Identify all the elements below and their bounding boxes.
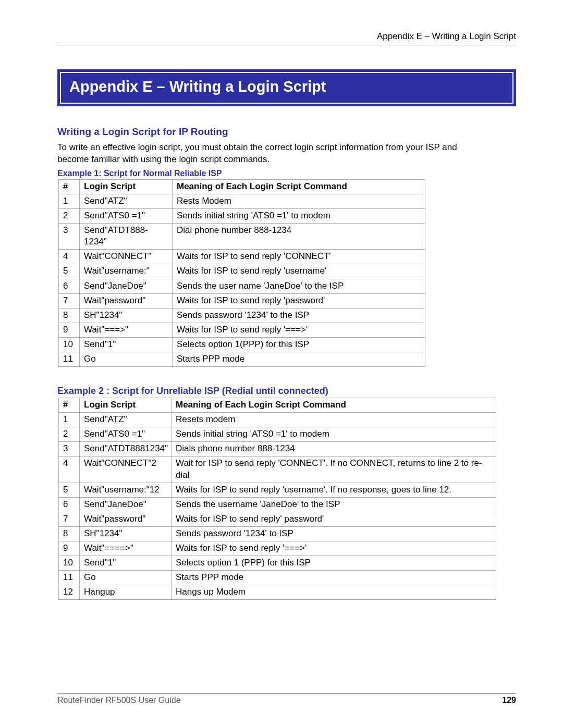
cell-script: Wait"===>" [80, 323, 173, 337]
col-script: Login Script [80, 398, 172, 413]
table-row: 9Wait"===>"Waits for ISP to send reply '… [59, 323, 425, 337]
footer-doc-title: RouteFinder RF500S User Guide [57, 696, 181, 705]
table-row: 5Wait"username:"Waits for ISP to send re… [59, 264, 425, 279]
cell-meaning: Waits for ISP to send reply '===>' [173, 323, 425, 337]
cell-number: 11 [59, 352, 80, 367]
table-row: 10Send"1"Selects option 1 (PPP) for this… [59, 556, 496, 571]
cell-script: Wait"username:"12 [80, 483, 172, 497]
table-row: 7Wait"password"Waits for ISP to send rep… [59, 293, 425, 308]
page-footer: RouteFinder RF500S User Guide 129 [57, 693, 516, 705]
cell-meaning: Waits for ISP to send reply 'username' [173, 264, 425, 279]
cell-meaning: Sends initial string 'ATS0 =1' to modem [173, 209, 425, 224]
cell-number: 8 [59, 308, 80, 323]
cell-number: 5 [59, 264, 80, 279]
cell-number: 7 [59, 512, 80, 526]
cell-number: 9 [59, 541, 80, 556]
appendix-title: Appendix E – Writing a Login Script [69, 78, 326, 95]
cell-meaning: Sends initial string 'ATS0 =1' to modem [172, 427, 496, 442]
cell-script: Send"ATZ" [80, 413, 172, 427]
table-row: 12HangupHangs up Modem [59, 585, 496, 600]
cell-meaning: Dial phone number 888-1234 [173, 224, 425, 250]
cell-number: 1 [59, 413, 80, 427]
table-row: 6Send"JaneDoe"Sends the username 'JaneDo… [59, 497, 496, 512]
cell-number: 6 [59, 279, 80, 293]
appendix-title-box: Appendix E – Writing a Login Script [57, 69, 516, 106]
cell-meaning: Resets modem [172, 413, 496, 427]
example1-heading: Example 1: Script for Normal Reliable IS… [57, 169, 516, 178]
cell-meaning: Waits for ISP to send reply 'CONNECT' [173, 250, 425, 264]
cell-script: Wait"CONNECT" [80, 250, 173, 264]
cell-script: Wait"====>" [80, 541, 172, 556]
cell-meaning: Waits for ISP to send reply '===>' [172, 541, 496, 556]
cell-meaning: Starts PPP mode [173, 352, 425, 367]
table-row: 11GoStarts PPP mode [59, 571, 496, 585]
cell-number: 2 [59, 427, 80, 442]
section-heading: Writing a Login Script for IP Routing [57, 126, 516, 138]
cell-script: Send"JaneDoe" [80, 497, 172, 512]
cell-meaning: Dials phone number 888-1234 [172, 442, 496, 456]
cell-meaning: Sends password '1234' to ISP [172, 526, 496, 541]
cell-meaning: Sends the user name 'JaneDoe' to the ISP [173, 279, 425, 293]
cell-number: 8 [59, 526, 80, 541]
cell-number: 2 [59, 209, 80, 224]
cell-number: 4 [59, 250, 80, 264]
cell-number: 4 [59, 456, 80, 483]
cell-script: Wait"password" [80, 293, 173, 308]
table-row: 2Send"ATS0 =1"Sends initial string 'ATS0… [59, 427, 496, 442]
cell-meaning: Sends password '1234' to the ISP [173, 308, 425, 323]
example2-heading: Example 2 : Script for Unreliable ISP (R… [57, 386, 516, 397]
col-meaning: Meaning of Each Login Script Command [173, 179, 425, 194]
col-number: # [59, 398, 80, 413]
table-row: 7Wait"password"Waits for ISP to send rep… [59, 512, 496, 526]
cell-script: Wait"username:" [80, 264, 173, 279]
cell-meaning: Starts PPP mode [172, 571, 496, 585]
example2-table: # Login Script Meaning of Each Login Scr… [58, 398, 496, 600]
cell-script: Hangup [80, 585, 172, 600]
table-row: 6Send"JaneDoe"Sends the user name 'JaneD… [59, 279, 425, 293]
cell-meaning: Hangs up Modem [172, 585, 496, 600]
cell-script: Send"ATZ" [80, 194, 173, 208]
cell-number: 7 [59, 293, 80, 308]
table-row: 5Wait"username:"12Waits for ISP to send … [59, 483, 496, 497]
appendix-title-inner: Appendix E – Writing a Login Script [60, 72, 513, 104]
intro-paragraph: To write an effective login script, you … [57, 142, 490, 166]
table-row: 8SH"1234"Sends password '1234' to the IS… [59, 308, 425, 323]
cell-script: Send"1" [80, 556, 172, 571]
cell-script: Send"ATDT8881234" [80, 442, 172, 456]
cell-number: 3 [59, 224, 80, 250]
page: Appendix E – Writing a Login Script Appe… [0, 0, 563, 728]
table-row: 10Send"1"Selects option 1(PPP) for this … [59, 337, 425, 352]
cell-script: Send"ATS0 =1" [80, 209, 173, 224]
cell-number: 9 [59, 323, 80, 337]
cell-number: 6 [59, 497, 80, 512]
cell-number: 10 [59, 556, 80, 571]
header-rule [57, 45, 516, 45]
cell-meaning: Waits for ISP to send reply' password' [172, 512, 496, 526]
table-header-row: # Login Script Meaning of Each Login Scr… [59, 179, 425, 194]
cell-script: Send"1" [80, 337, 173, 352]
cell-meaning: Waits for ISP to send reply 'password' [173, 293, 425, 308]
cell-number: 1 [59, 194, 80, 208]
cell-number: 11 [59, 571, 80, 585]
table-row: 11GoStarts PPP mode [59, 352, 425, 367]
cell-script: SH"1234" [80, 308, 173, 323]
table-row: 1Send"ATZ"Resets modem [59, 413, 496, 427]
footer-rule [57, 693, 516, 694]
col-script: Login Script [80, 179, 173, 194]
example1-table: # Login Script Meaning of Each Login Scr… [58, 179, 425, 367]
cell-number: 5 [59, 483, 80, 497]
cell-meaning: Sends the username 'JaneDoe' to the ISP [172, 497, 496, 512]
table-row: 9Wait"====>"Waits for ISP to send reply … [59, 541, 496, 556]
cell-meaning: Wait for ISP to send reply 'CONNECT'. If… [172, 456, 496, 483]
cell-script: Send"ATS0 =1" [80, 427, 172, 442]
cell-meaning: Selects option 1(PPP) for this ISP [173, 337, 425, 352]
table-row: 3Send"ATDT888-1234"Dial phone number 888… [59, 224, 425, 250]
cell-script: Send"ATDT888-1234" [80, 224, 173, 250]
table-row: 1Send"ATZ"Rests Modem [59, 194, 425, 208]
table-row: 4Wait"CONNECT"2Wait for ISP to send repl… [59, 456, 496, 483]
footer-page-number: 129 [502, 696, 516, 705]
table-row: 8SH"1234"Sends password '1234' to ISP [59, 526, 496, 541]
cell-script: Send"JaneDoe" [80, 279, 173, 293]
cell-number: 12 [59, 585, 80, 600]
cell-script: Go [80, 571, 172, 585]
